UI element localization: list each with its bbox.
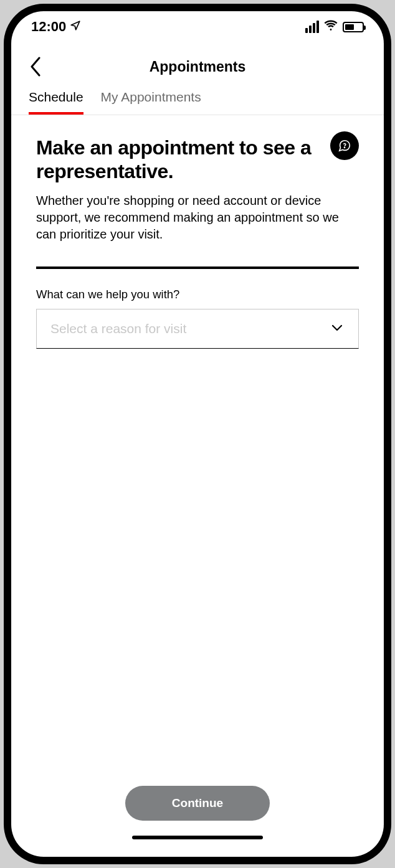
tab-my-appointments[interactable]: My Appointments xyxy=(101,86,201,115)
battery-icon xyxy=(343,22,364,32)
status-right xyxy=(305,18,364,35)
status-time: 12:00 xyxy=(31,19,66,35)
bottom-area: Continue xyxy=(11,786,384,839)
cellular-icon xyxy=(305,21,319,33)
chat-question-icon xyxy=(338,139,351,153)
subtext: Whether you're shopping or need account … xyxy=(36,192,359,243)
location-icon xyxy=(70,19,81,35)
page-title: Appointments xyxy=(25,59,370,75)
reason-select-placeholder: Select a reason for visit xyxy=(50,321,186,336)
tabs: Schedule My Appointments xyxy=(11,86,384,115)
wifi-icon xyxy=(324,18,338,35)
content: Make an appointment to see a representat… xyxy=(11,115,384,857)
reason-label: What can we help you with? xyxy=(36,288,359,301)
help-button[interactable] xyxy=(330,131,359,160)
continue-button[interactable]: Continue xyxy=(125,786,270,821)
chevron-down-icon xyxy=(330,320,345,337)
tab-schedule[interactable]: Schedule xyxy=(29,86,83,115)
status-left: 12:00 xyxy=(31,19,81,35)
screen: 12:00 Appointments Schedule My xyxy=(11,11,384,857)
divider xyxy=(36,267,359,269)
nav-bar: Appointments xyxy=(11,42,384,86)
heading: Make an appointment to see a representat… xyxy=(36,136,359,184)
device-frame: 12:00 Appointments Schedule My xyxy=(4,4,391,864)
status-bar: 12:00 xyxy=(11,11,384,42)
reason-select[interactable]: Select a reason for visit xyxy=(36,309,359,349)
home-indicator[interactable] xyxy=(132,836,263,839)
svg-point-0 xyxy=(344,147,345,148)
